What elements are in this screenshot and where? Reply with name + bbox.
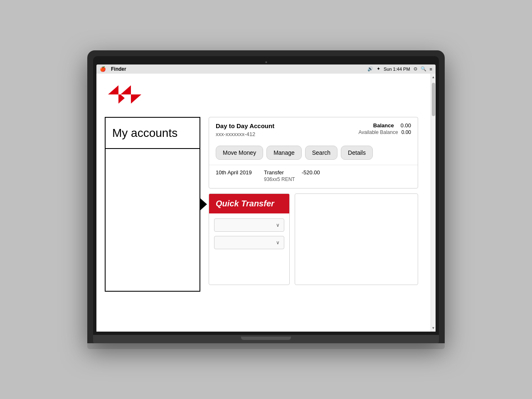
to-account-dropdown[interactable]: ∨ bbox=[214, 236, 284, 249]
transaction-date: 10th April 2019 bbox=[216, 169, 257, 176]
account-balances: Balance 0.00 Available Balance 0.00 bbox=[358, 122, 411, 135]
accounts-arrow bbox=[200, 198, 207, 211]
transaction-row: 10th April 2019 Transfer 936xx5 RENT -52… bbox=[209, 165, 418, 188]
search-menubar-icon[interactable]: 🔍 bbox=[421, 66, 426, 72]
dropdown2-chevron-icon: ∨ bbox=[276, 240, 280, 245]
balance-value: 0.00 bbox=[401, 122, 411, 129]
move-money-button[interactable]: Move Money bbox=[216, 146, 263, 160]
details-button[interactable]: Details bbox=[341, 146, 373, 160]
laptop-foot bbox=[87, 343, 445, 349]
search-button[interactable]: Search bbox=[305, 146, 337, 160]
account-card-header: Day to Day Account xxx-xxxxxxx-412 Balan… bbox=[209, 117, 418, 142]
hsbc-logo bbox=[105, 82, 418, 107]
transaction-description: Transfer bbox=[264, 169, 295, 176]
account-name: Day to Day Account bbox=[216, 122, 274, 129]
sound-icon[interactable]: 🔊 bbox=[367, 66, 373, 72]
my-accounts-header: My accounts bbox=[106, 118, 200, 149]
finder-menu[interactable]: Finder bbox=[111, 66, 126, 72]
from-account-dropdown[interactable]: ∨ bbox=[214, 218, 284, 232]
quick-transfer-body: ∨ ∨ bbox=[209, 213, 289, 254]
apple-menu[interactable]: 🍎 bbox=[100, 66, 106, 72]
right-panel: Day to Day Account xxx-xxxxxxx-412 Balan… bbox=[209, 117, 418, 285]
available-balance-label: Available Balance bbox=[358, 129, 398, 135]
account-card: Day to Day Account xxx-xxxxxxx-412 Balan… bbox=[209, 117, 418, 188]
quick-transfer-title: Quick Transfer bbox=[216, 199, 283, 208]
balance-label: Balance bbox=[373, 122, 394, 129]
scroll-up-arrow[interactable]: ▲ bbox=[431, 75, 436, 79]
dropdown1-chevron-icon: ∨ bbox=[276, 222, 280, 228]
right-empty-panel bbox=[295, 193, 418, 285]
scrollbar-thumb[interactable] bbox=[432, 83, 435, 116]
menu-bar: 🍎 Finder 🔊 ✦ Sun 1:44 PM ⊙ 🔍 ≡ bbox=[96, 64, 436, 74]
my-accounts-title: My accounts bbox=[112, 126, 193, 140]
quick-transfer-panel: Quick Transfer ∨ ∨ bbox=[209, 193, 290, 285]
list-icon[interactable]: ≡ bbox=[430, 67, 432, 72]
scrollbar[interactable]: ▲ ▼ bbox=[431, 74, 436, 332]
action-buttons: Move Money Manage Search Details bbox=[209, 142, 418, 165]
laptop-notch bbox=[241, 337, 291, 340]
my-accounts-body bbox=[106, 149, 200, 290]
time-display: Sun 1:44 PM bbox=[384, 67, 410, 72]
bluetooth-icon[interactable]: ✦ bbox=[377, 66, 380, 72]
account-number: xxx-xxxxxxx-412 bbox=[216, 131, 274, 137]
transaction-amount: -520.00 bbox=[302, 169, 320, 176]
quick-transfer-header: Quick Transfer bbox=[209, 194, 289, 213]
wifi-icon[interactable]: ⊙ bbox=[414, 66, 417, 72]
camera bbox=[265, 61, 267, 63]
manage-button[interactable]: Manage bbox=[266, 146, 302, 160]
my-accounts-panel: My accounts bbox=[105, 117, 200, 292]
laptop-base bbox=[93, 335, 439, 343]
available-balance-value: 0.00 bbox=[401, 129, 411, 135]
scroll-down-arrow[interactable]: ▼ bbox=[431, 326, 436, 330]
transaction-sub-description: 936xx5 RENT bbox=[264, 176, 295, 182]
bottom-panels: Quick Transfer ∨ ∨ bbox=[209, 193, 418, 285]
